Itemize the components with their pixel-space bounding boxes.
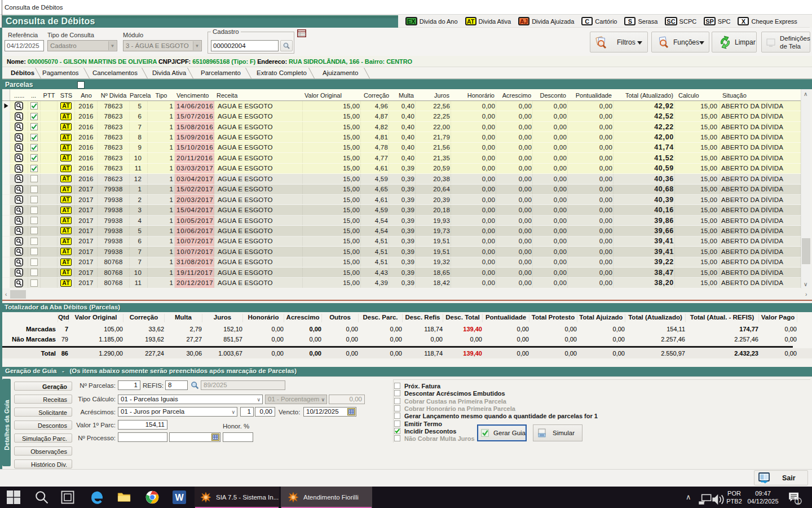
svg-text:1: 1: [797, 498, 800, 505]
svg-text:W: W: [175, 493, 184, 502]
